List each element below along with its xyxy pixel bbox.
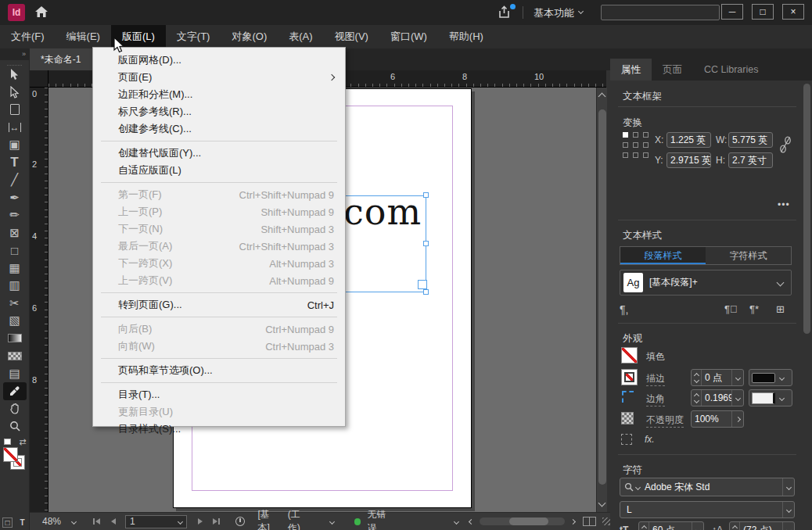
next-page-button[interactable]: [198, 518, 203, 525]
eyedropper-tool[interactable]: [3, 382, 27, 400]
toolbar-expand-icon[interactable]: »: [0, 48, 29, 60]
menu-item[interactable]: 目录(T)...: [93, 386, 345, 403]
reference-point-selector[interactable]: [623, 132, 651, 168]
share-icon[interactable]: [498, 5, 511, 19]
menu-item[interactable]: 转到页面(G)...Ctrl+J: [93, 296, 345, 313]
stepper-arrows[interactable]: [692, 390, 702, 406]
scroll-up-icon[interactable]: [598, 93, 606, 101]
gradient-tool[interactable]: [3, 330, 27, 348]
menu-item[interactable]: 下一跨页(X)Alt+Numpad 3: [93, 255, 345, 272]
leading-stepper[interactable]: (72 点): [729, 521, 795, 530]
preflight-clock-icon[interactable]: [235, 517, 245, 526]
corner-shape-dropdown[interactable]: [749, 389, 792, 406]
scrollbar-thumb[interactable]: [509, 517, 548, 525]
chevron-down-icon[interactable]: [782, 522, 794, 530]
fill-label[interactable]: 填色: [646, 350, 665, 363]
selection-tool[interactable]: [3, 66, 27, 84]
menu-item[interactable]: 下一页(N)Shift+Numpad 3: [93, 220, 345, 238]
chevron-down-icon[interactable]: [692, 522, 703, 530]
y-field[interactable]: 2.9715 英: [666, 152, 711, 168]
new-style-icon[interactable]: ⊞: [776, 303, 785, 315]
zoom-dropdown-icon[interactable]: [71, 518, 77, 524]
menu-window[interactable]: 窗口(W): [379, 25, 438, 48]
menu-item[interactable]: 边距和分栏(M)...: [93, 86, 345, 103]
menu-help[interactable]: 帮助(H): [438, 25, 494, 48]
menu-item[interactable]: 自适应版面(L): [93, 162, 345, 179]
page-dropdown-icon[interactable]: [178, 518, 183, 524]
corner-label[interactable]: 边角: [646, 392, 665, 406]
note-tool[interactable]: ▤: [3, 365, 27, 383]
preflight-dropdown-icon[interactable]: [329, 518, 335, 524]
direct-selection-tool[interactable]: [3, 84, 27, 102]
corner-size-value[interactable]: 0.1969 英: [702, 392, 731, 405]
minimize-button[interactable]: ─: [721, 4, 743, 20]
menu-item[interactable]: 版面网格(D)...: [93, 52, 345, 69]
maximize-button[interactable]: □: [752, 4, 774, 20]
rectangle-tool[interactable]: □: [3, 242, 27, 260]
menu-item[interactable]: 最后一页(A)Ctrl+Shift+Numpad 3: [93, 238, 345, 255]
h-field[interactable]: 2.7 英寸: [728, 152, 773, 168]
menu-item[interactable]: 第一页(F)Ctrl+Shift+Numpad 9: [93, 186, 345, 203]
hand-tool[interactable]: [3, 400, 27, 418]
workspace-switcher[interactable]: 基本功能: [534, 6, 574, 20]
home-icon[interactable]: [34, 5, 49, 18]
font-size-value[interactable]: 60 点: [649, 524, 692, 530]
last-page-button[interactable]: [213, 518, 220, 525]
x-field[interactable]: 1.225 英: [666, 132, 711, 148]
font-family-dropdown[interactable]: Adobe 宋体 Std: [620, 478, 795, 496]
opacity-field[interactable]: 100%: [691, 410, 744, 428]
font-size-stepper[interactable]: 60 点: [638, 521, 704, 530]
pencil-tool[interactable]: ✏: [3, 206, 27, 224]
zoom-tool[interactable]: [3, 417, 27, 435]
menu-item[interactable]: 向前(W)Ctrl+Numpad 3: [93, 338, 345, 355]
previous-page-button[interactable]: [111, 518, 116, 525]
gap-tool[interactable]: ↔: [3, 119, 27, 137]
scroll-down-icon[interactable]: [598, 500, 606, 507]
menu-edit[interactable]: 编辑(E): [56, 25, 111, 48]
error-status[interactable]: 无错误: [367, 508, 395, 530]
first-page-button[interactable]: [93, 518, 100, 525]
menu-table[interactable]: 表(A): [278, 25, 323, 48]
gradient-feather-tool[interactable]: [3, 347, 27, 365]
chevron-down-icon[interactable]: [731, 390, 743, 406]
stepper-arrows[interactable]: [692, 370, 702, 385]
font-style-dropdown[interactable]: L: [620, 501, 795, 518]
split-view-icon[interactable]: [583, 517, 596, 526]
tab-pages[interactable]: 页面: [652, 59, 693, 81]
leading-value[interactable]: (72 点): [740, 524, 782, 530]
toolbar-grip[interactable]: [7, 60, 22, 66]
menu-object[interactable]: 对象(O): [221, 25, 278, 48]
w-field[interactable]: 5.775 英: [728, 132, 773, 148]
stroke-label[interactable]: 描边: [646, 372, 665, 386]
vertical-grid-tool[interactable]: ▥: [3, 277, 27, 295]
menu-item[interactable]: 上一页(P)Shift+Numpad 9: [93, 203, 345, 220]
panel-scrollbar[interactable]: [803, 84, 810, 521]
free-transform-tool[interactable]: ▧: [3, 312, 27, 330]
vertical-ruler[interactable]: 0 2 4 6 8: [30, 88, 49, 512]
horizontal-grid-tool[interactable]: ▦: [3, 260, 27, 278]
opacity-value[interactable]: 100%: [692, 414, 731, 424]
menu-item[interactable]: 创建参考线(C)...: [93, 120, 345, 138]
menu-item[interactable]: 向后(B)Ctrl+Numpad 9: [93, 321, 345, 338]
stroke-weight-stepper[interactable]: 0 点: [691, 369, 744, 386]
line-tool[interactable]: ╱: [3, 171, 27, 189]
corner-options-icon[interactable]: [622, 391, 634, 403]
fill-swatch[interactable]: [621, 347, 638, 363]
fill-stroke-proxy[interactable]: ⇄: [3, 439, 27, 474]
scissors-tool[interactable]: ✂: [3, 295, 27, 313]
paragraph-style-dropdown[interactable]: Ag [基本段落]+: [620, 270, 792, 295]
preflight-profile[interactable]: [基本]: [257, 508, 281, 530]
menu-item[interactable]: 更新目录(U): [93, 403, 345, 421]
menu-item[interactable]: 创建替代版面(Y)...: [93, 145, 345, 162]
resize-grip[interactable]: [602, 517, 610, 525]
swap-fill-stroke-icon[interactable]: ⇄: [19, 437, 26, 447]
scrollbar-thumb[interactable]: [803, 84, 810, 334]
page-tool[interactable]: [3, 101, 27, 119]
page-number-field[interactable]: 1: [125, 515, 187, 528]
effects-icon[interactable]: fx.: [645, 434, 655, 445]
fill-swatch-none[interactable]: [3, 447, 18, 462]
frame-handle[interactable]: [423, 241, 429, 246]
stroke-weight-value[interactable]: 0 点: [702, 371, 731, 385]
menu-item[interactable]: 页面(E): [93, 69, 345, 86]
stroke-color-dropdown[interactable]: [749, 369, 792, 386]
